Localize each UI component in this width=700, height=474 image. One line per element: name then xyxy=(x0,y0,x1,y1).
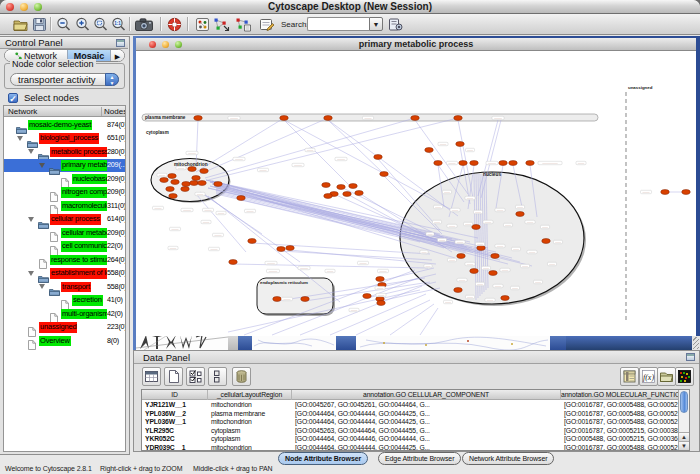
graph-node[interactable] xyxy=(459,161,467,166)
graph-edge[interactable] xyxy=(196,118,284,172)
graph-node[interactable] xyxy=(380,172,388,177)
heatmap-icon[interactable] xyxy=(675,367,694,386)
column-header-2[interactable]: _cellularLayoutRegion xyxy=(208,390,292,400)
graph-node[interactable] xyxy=(192,176,200,181)
background-window-fragment[interactable] xyxy=(136,336,228,350)
expand-triangle-icon[interactable] xyxy=(39,284,45,289)
tree-row-unassigned[interactable]: unassigned223(0) xyxy=(4,321,125,335)
column-header-1[interactable]: ID xyxy=(142,390,208,400)
tree-row-cellular-metabo[interactable]: cellular metabo209(0) xyxy=(4,226,125,240)
float-panel-icon[interactable] xyxy=(686,353,695,361)
graph-node[interactable] xyxy=(425,148,433,153)
graph-edge[interactable] xyxy=(205,118,415,178)
new-attribute-icon[interactable] xyxy=(164,367,183,386)
background-window-fragment[interactable] xyxy=(252,336,336,350)
graph-edge[interactable] xyxy=(328,120,384,174)
graph-node[interactable] xyxy=(454,288,462,293)
zoom-selected-icon[interactable] xyxy=(92,16,109,33)
data-panel-titlebar[interactable]: Data Panel xyxy=(134,351,699,364)
export-network-icon[interactable] xyxy=(234,16,253,33)
graph-node[interactable] xyxy=(434,161,442,166)
graph-node[interactable] xyxy=(190,181,198,186)
graph-edge[interactable] xyxy=(200,118,328,174)
tree-row-response-to-stimul[interactable]: response to stimul264(0) xyxy=(4,253,125,267)
graph-node[interactable] xyxy=(411,116,419,121)
graph-node[interactable] xyxy=(363,294,371,299)
graph-node[interactable] xyxy=(457,254,465,259)
graph-edge[interactable] xyxy=(284,120,452,210)
graph-node[interactable] xyxy=(277,247,285,252)
graph-node[interactable] xyxy=(472,225,480,230)
notes-icon[interactable] xyxy=(620,367,639,386)
expand-triangle-icon[interactable] xyxy=(28,217,34,222)
snapshot-camera-icon[interactable] xyxy=(134,16,154,33)
graph-node[interactable] xyxy=(349,184,357,189)
scrollbar-thumb[interactable] xyxy=(680,391,688,413)
graph-node[interactable] xyxy=(343,192,351,197)
graph-node[interactable] xyxy=(526,161,534,166)
zoom-out-icon[interactable] xyxy=(55,16,72,33)
graph-node[interactable] xyxy=(188,167,196,172)
column-header-4[interactable]: annotation.GO MOLECULAR_FUNCTION xyxy=(561,390,679,400)
tree-row-cell-communicat[interactable]: cell communicat22(0) xyxy=(4,240,125,254)
column-header-3[interactable]: annotation.GO CELLULAR_COMPONENT xyxy=(292,390,561,400)
graph-node[interactable] xyxy=(516,212,524,217)
network-window-titlebar[interactable]: primary metabolic process xyxy=(136,38,696,51)
graph-node[interactable] xyxy=(489,271,497,276)
save-session-icon[interactable] xyxy=(31,16,48,33)
tree-row-multi-organism-pro[interactable]: multi-organism pro42(0) xyxy=(4,307,125,321)
graph-node[interactable] xyxy=(168,174,176,179)
graph-node[interactable] xyxy=(324,116,332,121)
graph-node[interactable] xyxy=(470,161,478,166)
graph-node[interactable] xyxy=(322,183,330,188)
graph-node[interactable] xyxy=(355,191,363,196)
search-options-icon[interactable] xyxy=(387,16,404,33)
attribute-table-icon[interactable] xyxy=(142,367,161,386)
expand-triangle-icon[interactable] xyxy=(17,136,23,141)
graph-node[interactable] xyxy=(377,301,385,306)
tree-row-macromolecule[interactable]: macromolecule311(0) xyxy=(4,199,125,213)
graph-node[interactable] xyxy=(682,190,690,195)
graph-node[interactable] xyxy=(286,246,294,251)
table-row[interactable]: YPL036W__2plasma membrane[GO:0044464, GO… xyxy=(142,410,679,419)
expand-triangle-icon[interactable] xyxy=(28,149,34,154)
graph-node[interactable] xyxy=(491,254,499,259)
graph-node[interactable] xyxy=(470,269,478,274)
layout-grid-icon[interactable] xyxy=(194,16,211,33)
scroll-up-icon[interactable]: ▲ xyxy=(679,432,689,441)
attribute-list-icon[interactable] xyxy=(208,367,227,386)
graph-node[interactable] xyxy=(499,161,507,166)
graph-node[interactable] xyxy=(477,246,485,251)
graph-node[interactable] xyxy=(376,277,384,282)
table-row[interactable]: YJR121W__1mitochondrion[GO:0045267, GO:0… xyxy=(142,401,679,410)
graph-node[interactable] xyxy=(324,194,332,199)
select-nodes-checkbox[interactable]: ✓ xyxy=(8,93,18,103)
open-file-icon[interactable] xyxy=(12,16,29,33)
tree-row-secretion[interactable]: secretion41(0) xyxy=(4,294,125,308)
import-network-icon[interactable] xyxy=(212,16,231,33)
tree-row-nitrogen-compo[interactable]: nitrogen compo209(0) xyxy=(4,186,125,200)
table-scrollbar[interactable]: ▲ ▼ xyxy=(678,390,689,450)
help-lifering-icon[interactable] xyxy=(166,16,183,33)
graph-node[interactable] xyxy=(166,187,174,192)
background-window-fragment[interactable] xyxy=(356,336,550,350)
graph-node[interactable] xyxy=(160,178,168,183)
graph-node[interactable] xyxy=(456,142,464,147)
expand-triangle-icon[interactable] xyxy=(28,271,34,276)
tab-overflow-arrow[interactable]: ▶ xyxy=(111,50,124,61)
table-row[interactable]: YDR039C__1mitochondrion[GO:0044464, GO:0… xyxy=(142,444,679,452)
graph-node[interactable] xyxy=(273,297,281,302)
tree-row-metabolic-process[interactable]: metabolic process280(0) xyxy=(4,145,125,159)
tree-row-overview[interactable]: Overview8(0) xyxy=(4,334,125,348)
expand-triangle-icon[interactable] xyxy=(39,163,45,168)
graph-node[interactable] xyxy=(661,190,669,195)
function-builder-icon[interactable]: f(x) xyxy=(639,367,658,386)
graph-node[interactable] xyxy=(542,239,550,244)
table-row[interactable]: YKR052Ccytoplasm[GO:0044464, GO:0044446,… xyxy=(142,435,679,444)
resize-grip[interactable] xyxy=(692,336,700,350)
graph-edge[interactable] xyxy=(356,300,430,335)
network-canvas[interactable]: plasma membranecytoplasmmitochondrionnuc… xyxy=(136,51,696,338)
graph-node[interactable] xyxy=(509,161,517,166)
graph-node[interactable] xyxy=(301,297,309,302)
tree-row-primary-metabo[interactable]: primary metabo209(... xyxy=(4,159,125,173)
